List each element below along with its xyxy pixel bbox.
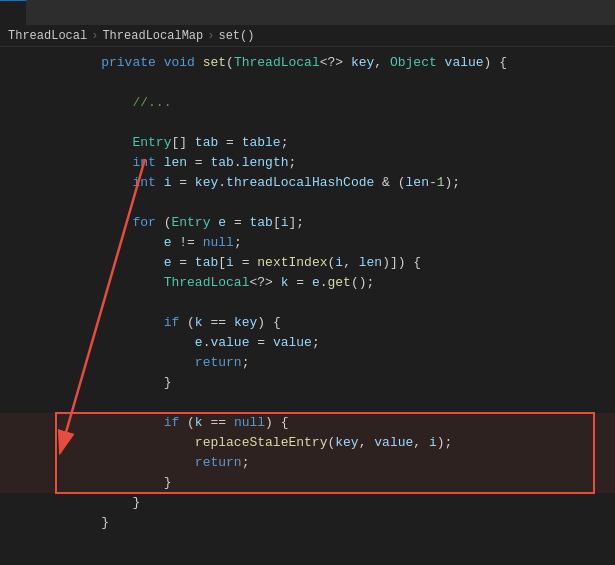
breadcrumb-sep-2: › xyxy=(207,29,214,43)
line-text: int len = tab.length; xyxy=(0,153,296,173)
code-line xyxy=(0,293,615,313)
code-line: //... xyxy=(0,93,615,113)
code-line: int len = tab.length; xyxy=(0,153,615,173)
line-text xyxy=(0,393,78,413)
code-line: Entry[] tab = table; xyxy=(0,133,615,153)
breadcrumb: ThreadLocal › ThreadLocalMap › set() xyxy=(0,26,615,47)
code-line: e != null; xyxy=(0,233,615,253)
code-line: if (k == null) { xyxy=(0,413,615,433)
line-text: //... xyxy=(0,93,171,113)
code-area: private void set(ThreadLocal<?> key, Obj… xyxy=(0,47,615,562)
breadcrumb-sep-1: › xyxy=(91,29,98,43)
code-line: } xyxy=(0,493,615,513)
line-text: return; xyxy=(0,453,249,473)
code-line: return; xyxy=(0,453,615,473)
line-text: for (Entry e = tab[i]; xyxy=(0,213,304,233)
line-text: if (k == null) { xyxy=(0,413,289,433)
line-text xyxy=(0,73,78,93)
code-line: for (Entry e = tab[i]; xyxy=(0,213,615,233)
breadcrumb-part-3[interactable]: set() xyxy=(218,29,254,43)
code-line: } xyxy=(0,473,615,493)
code-line xyxy=(0,73,615,93)
line-text: e.value = value; xyxy=(0,333,320,353)
line-text xyxy=(0,293,78,313)
line-text: } xyxy=(0,373,171,393)
line-text: e = tab[i = nextIndex(i, len)]) { xyxy=(0,253,421,273)
code-line: e = tab[i = nextIndex(i, len)]) { xyxy=(0,253,615,273)
code-line xyxy=(0,393,615,413)
code-line: e.value = value; xyxy=(0,333,615,353)
line-text: replaceStaleEntry(key, value, i); xyxy=(0,433,452,453)
code-line: } xyxy=(0,373,615,393)
file-tab[interactable] xyxy=(0,0,27,25)
breadcrumb-part-1[interactable]: ThreadLocal xyxy=(8,29,87,43)
code-line: replaceStaleEntry(key, value, i); xyxy=(0,433,615,453)
line-text xyxy=(0,193,78,213)
code-line: return; xyxy=(0,353,615,373)
line-text: ThreadLocal<?> k = e.get(); xyxy=(0,273,374,293)
line-text: if (k == key) { xyxy=(0,313,281,333)
line-text: e != null; xyxy=(0,233,242,253)
tab-bar xyxy=(0,0,615,26)
code-line: private void set(ThreadLocal<?> key, Obj… xyxy=(0,53,615,73)
line-text: return; xyxy=(0,353,249,373)
line-text: } xyxy=(0,473,171,493)
line-text: Entry[] tab = table; xyxy=(0,133,288,153)
code-line xyxy=(0,193,615,213)
code-line: ThreadLocal<?> k = e.get(); xyxy=(0,273,615,293)
breadcrumb-part-2[interactable]: ThreadLocalMap xyxy=(102,29,203,43)
line-text xyxy=(0,113,78,133)
line-text: private void set(ThreadLocal<?> key, Obj… xyxy=(0,53,507,73)
line-text: } xyxy=(0,493,140,513)
code-line: if (k == key) { xyxy=(0,313,615,333)
line-text: int i = key.threadLocalHashCode & (len-1… xyxy=(0,173,460,193)
code-line: } xyxy=(0,513,615,533)
code-line xyxy=(0,113,615,133)
code-line: int i = key.threadLocalHashCode & (len-1… xyxy=(0,173,615,193)
line-text: } xyxy=(0,513,109,533)
